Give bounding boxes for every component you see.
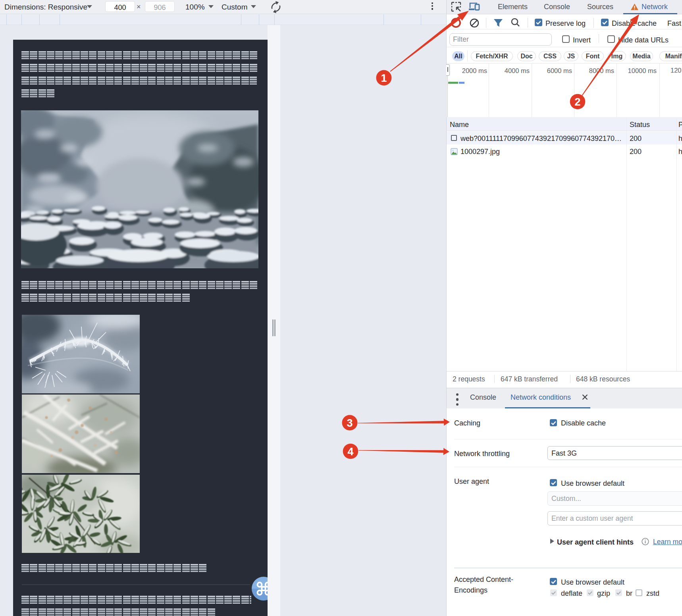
svg-text:4: 4 (347, 446, 353, 458)
svg-text:3: 3 (347, 417, 353, 429)
svg-text:2: 2 (574, 96, 580, 108)
svg-text:1: 1 (381, 72, 387, 84)
